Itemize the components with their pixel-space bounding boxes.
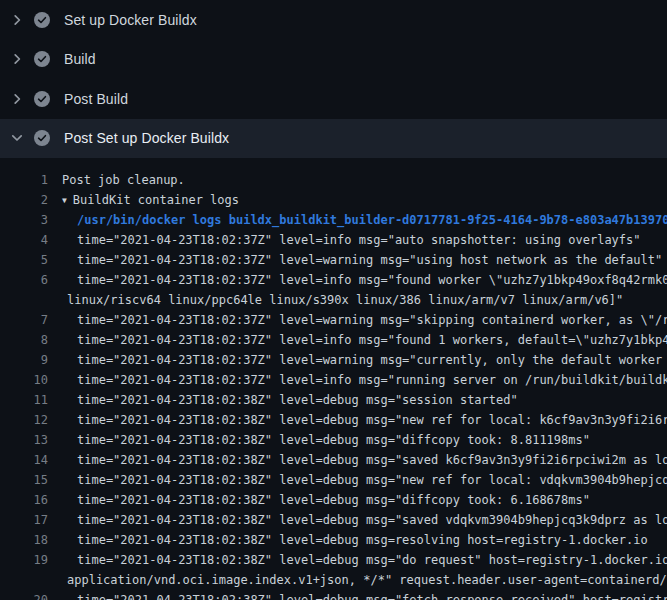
log-line: 9time="2021-04-23T18:02:37Z" level=warni… <box>0 350 667 370</box>
log-line-number[interactable]: 6 <box>0 270 48 290</box>
log-line: 3/usr/bin/docker logs buildx_buildkit_bu… <box>0 210 667 230</box>
log-line-number <box>0 570 48 590</box>
log-line: 4time="2021-04-23T18:02:37Z" level=info … <box>0 230 667 250</box>
log-line: 14time="2021-04-23T18:02:38Z" level=debu… <box>0 450 667 470</box>
log-line-number[interactable]: 4 <box>0 230 48 250</box>
log-line-number[interactable]: 2 <box>0 190 48 210</box>
chevron-down-icon <box>9 130 25 146</box>
workflow-log-viewer: Set up Docker BuildxBuildPost BuildPost … <box>0 0 667 600</box>
log-line: 1Post job cleanup. <box>0 170 667 190</box>
step-label: Build <box>64 51 96 67</box>
log-line-number[interactable]: 9 <box>0 350 48 370</box>
log-line-text: linux/riscv64 linux/ppc64le linux/s390x … <box>67 290 623 310</box>
log-lines: 1Post job cleanup.2▼BuildKit container l… <box>0 158 667 600</box>
check-circle-icon <box>34 12 50 28</box>
log-line-text: time="2021-04-23T18:02:38Z" level=debug … <box>77 450 667 470</box>
log-line: 17time="2021-04-23T18:02:38Z" level=debu… <box>0 510 667 530</box>
log-group-label: BuildKit container logs <box>73 193 239 207</box>
log-line: linux/riscv64 linux/ppc64le linux/s390x … <box>0 290 667 310</box>
log-line-text: time="2021-04-23T18:02:38Z" level=debug … <box>77 550 667 570</box>
log-line-text: time="2021-04-23T18:02:38Z" level=debug … <box>77 490 590 510</box>
log-line-text: time="2021-04-23T18:02:37Z" level=warnin… <box>77 310 667 330</box>
log-line-number[interactable]: 19 <box>0 550 48 570</box>
log-line-text: time="2021-04-23T18:02:38Z" level=debug … <box>77 590 667 600</box>
step-header-build[interactable]: Build <box>0 40 667 80</box>
log-line-number[interactable]: 3 <box>0 210 48 230</box>
log-line: 12time="2021-04-23T18:02:38Z" level=debu… <box>0 410 667 430</box>
step-label: Post Build <box>64 91 128 107</box>
chevron-right-icon <box>9 51 25 67</box>
step-label: Set up Docker Buildx <box>64 12 197 28</box>
log-line-text: time="2021-04-23T18:02:38Z" level=debug … <box>77 410 667 430</box>
log-line-number[interactable]: 20 <box>0 590 48 600</box>
log-line-text: time="2021-04-23T18:02:38Z" level=debug … <box>77 530 648 550</box>
log-line-number[interactable]: 10 <box>0 370 48 390</box>
log-line-number[interactable]: 1 <box>0 170 48 190</box>
log-line: 13time="2021-04-23T18:02:38Z" level=debu… <box>0 430 667 450</box>
step-label: Post Set up Docker Buildx <box>64 130 229 146</box>
log-line: 18time="2021-04-23T18:02:38Z" level=debu… <box>0 530 667 550</box>
log-line-text: time="2021-04-23T18:02:37Z" level=warnin… <box>77 250 662 270</box>
log-line: 7time="2021-04-23T18:02:37Z" level=warni… <box>0 310 667 330</box>
check-circle-icon <box>34 51 50 67</box>
step-list: Set up Docker BuildxBuildPost BuildPost … <box>0 0 667 158</box>
log-line: 8time="2021-04-23T18:02:37Z" level=info … <box>0 330 667 350</box>
log-line-text: time="2021-04-23T18:02:37Z" level=info m… <box>77 230 641 250</box>
log-line-text: time="2021-04-23T18:02:37Z" level=warnin… <box>77 350 667 370</box>
check-circle-icon <box>34 130 50 146</box>
log-line: 5time="2021-04-23T18:02:37Z" level=warni… <box>0 250 667 270</box>
log-line: 15time="2021-04-23T18:02:38Z" level=debu… <box>0 470 667 490</box>
log-line-number[interactable]: 11 <box>0 390 48 410</box>
log-line-text: time="2021-04-23T18:02:37Z" level=info m… <box>77 330 667 350</box>
log-line: 10time="2021-04-23T18:02:37Z" level=info… <box>0 370 667 390</box>
log-command-text: /usr/bin/docker logs buildx_buildkit_bui… <box>77 210 667 230</box>
step-header-post-set-up-docker-buildx[interactable]: Post Set up Docker Buildx <box>0 119 667 159</box>
step-header-set-up-docker-buildx[interactable]: Set up Docker Buildx <box>0 0 667 40</box>
log-line: application/vnd.oci.image.index.v1+json,… <box>0 570 667 590</box>
log-line-number[interactable]: 16 <box>0 490 48 510</box>
log-line-text: time="2021-04-23T18:02:38Z" level=debug … <box>77 430 590 450</box>
log-line-number[interactable]: 5 <box>0 250 48 270</box>
log-line: 19time="2021-04-23T18:02:38Z" level=debu… <box>0 550 667 570</box>
log-line-number[interactable]: 13 <box>0 430 48 450</box>
log-line-text: application/vnd.oci.image.index.v1+json,… <box>67 570 667 590</box>
log-line-text: Post job cleanup. <box>62 170 185 190</box>
log-line-number[interactable]: 14 <box>0 450 48 470</box>
log-line-number[interactable]: 15 <box>0 470 48 490</box>
log-line-text: time="2021-04-23T18:02:37Z" level=info m… <box>77 270 667 290</box>
log-group-toggle[interactable]: ▼BuildKit container logs <box>62 190 239 210</box>
log-line-text: time="2021-04-23T18:02:38Z" level=debug … <box>77 390 518 410</box>
log-line-text: time="2021-04-23T18:02:38Z" level=debug … <box>77 510 667 530</box>
check-circle-icon <box>34 91 50 107</box>
log-line: 20time="2021-04-23T18:02:38Z" level=debu… <box>0 590 667 600</box>
log-line-number[interactable]: 12 <box>0 410 48 430</box>
chevron-right-icon <box>9 12 25 28</box>
step-header-post-build[interactable]: Post Build <box>0 79 667 119</box>
log-line: 2▼BuildKit container logs <box>0 190 667 210</box>
log-line-number[interactable]: 7 <box>0 310 48 330</box>
chevron-right-icon <box>9 91 25 107</box>
log-line-number[interactable]: 18 <box>0 530 48 550</box>
log-line-number <box>0 290 48 310</box>
log-line: 11time="2021-04-23T18:02:38Z" level=debu… <box>0 390 667 410</box>
log-line: 16time="2021-04-23T18:02:38Z" level=debu… <box>0 490 667 510</box>
log-line-text: time="2021-04-23T18:02:38Z" level=debug … <box>77 470 667 490</box>
log-line: 6time="2021-04-23T18:02:37Z" level=info … <box>0 270 667 290</box>
log-line-number[interactable]: 17 <box>0 510 48 530</box>
log-line-text: time="2021-04-23T18:02:37Z" level=info m… <box>77 370 667 390</box>
log-line-number[interactable]: 8 <box>0 330 48 350</box>
triangle-down-icon: ▼ <box>62 191 67 211</box>
